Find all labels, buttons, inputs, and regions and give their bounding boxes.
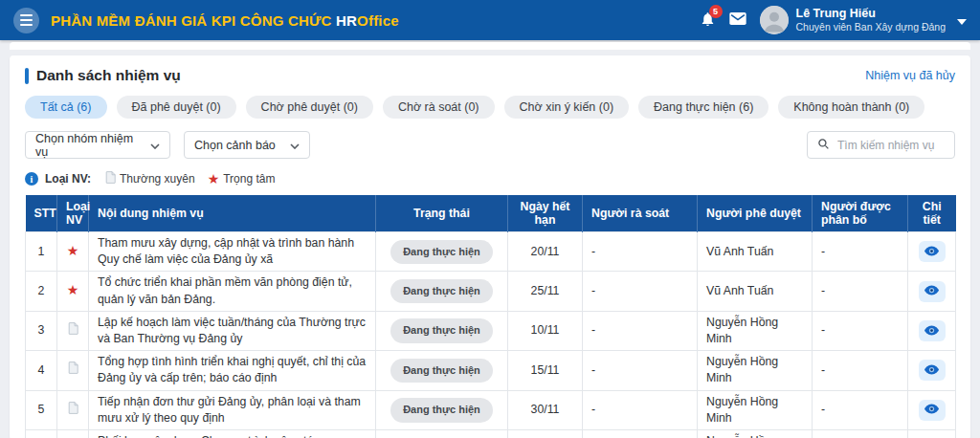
task-reviewer: - xyxy=(583,351,698,390)
task-detail-cell xyxy=(908,311,956,350)
task-assignee: - xyxy=(813,390,908,429)
task-list-panel: Danh sách nhiệm vụ Nhiệm vụ đã hủy Tất c… xyxy=(10,55,970,438)
task-stt: 5 xyxy=(26,390,57,429)
chevron-down-icon xyxy=(290,139,300,152)
status-filter-tabs: Tất cả (6)Đã phê duyệt (0)Chờ phê duyệt … xyxy=(25,96,955,119)
view-details-button[interactable] xyxy=(919,360,946,381)
status-badge: Đang thực hiện xyxy=(390,359,493,383)
search-icon xyxy=(817,137,830,154)
task-type-cell: ★ xyxy=(57,272,89,311)
task-approver: Nguyễn Hồng Minh xyxy=(698,311,813,350)
task-detail-cell xyxy=(908,390,956,429)
task-detail-cell xyxy=(908,430,956,438)
cancelled-tasks-link[interactable]: Nhiệm vụ đã hủy xyxy=(865,69,955,82)
task-status-cell: Đang thực hiện xyxy=(376,390,508,429)
task-group-select[interactable]: Chọn nhóm nhiệm vụ xyxy=(25,131,170,159)
task-due-date: 10/11 xyxy=(508,311,583,350)
column-header: Người phê duyệt xyxy=(698,195,813,232)
app-title: PHẦN MỀM ĐÁNH GIÁ KPI CÔNG CHỨC HROffice xyxy=(51,12,399,29)
table-header-row: STTLoại NVNội dung nhiệm vụTrạng tháiNgà… xyxy=(26,195,956,232)
document-icon xyxy=(68,324,78,338)
task-stt: 3 xyxy=(26,311,57,350)
chevron-down-icon xyxy=(150,139,160,152)
notification-count-badge: 5 xyxy=(709,5,723,18)
document-icon xyxy=(68,363,78,377)
table-row: 2 ★ Tổ chức triển khai phần mềm văn phòn… xyxy=(26,272,956,311)
status-tab[interactable]: Chờ rà soát (0) xyxy=(383,96,495,119)
status-badge: Đang thực hiện xyxy=(390,398,493,422)
eye-icon xyxy=(924,324,939,339)
search-input[interactable] xyxy=(837,139,943,152)
table-row: 4 ★ Tổng hợp tình hình triển khai nghị q… xyxy=(26,351,956,390)
column-header: Người được phân bố xyxy=(813,195,908,232)
column-header: Người rà soát xyxy=(583,195,698,232)
task-detail-cell xyxy=(908,351,956,390)
status-tab[interactable]: Tất cả (6) xyxy=(25,96,107,119)
messages-button[interactable] xyxy=(729,12,746,28)
table-row: 3 ★ Lập kế hoạch làm việc tuần/tháng của… xyxy=(26,311,956,350)
table-row: 1 ★ Tham mưu xây dựng, cập nhật và trình… xyxy=(26,232,956,272)
task-type-cell: ★ xyxy=(57,390,89,429)
status-tab[interactable]: Đã phê duyệt (0) xyxy=(117,96,236,119)
task-status-cell: Đang thực hiện xyxy=(376,430,508,438)
task-due-date: 20/11 xyxy=(508,232,583,272)
avatar xyxy=(760,6,789,34)
table-row: 6 ★ Phối hợp xây dựng Chương trình công … xyxy=(26,430,956,438)
task-reviewer: - xyxy=(583,232,698,272)
column-header: Trạng thái xyxy=(376,195,508,232)
task-reviewer: - xyxy=(583,390,698,429)
view-details-button[interactable] xyxy=(919,241,946,262)
top-header: PHẦN MỀM ĐÁNH GIÁ KPI CÔNG CHỨC HROffice… xyxy=(0,0,980,40)
header-sub-strip xyxy=(10,42,970,50)
status-tab[interactable]: Không hoàn thành (0) xyxy=(778,96,924,119)
info-icon: i xyxy=(25,172,38,186)
task-content: Phối hợp xây dựng Chương trình công tác … xyxy=(89,430,376,438)
eye-icon xyxy=(924,245,939,259)
view-details-button[interactable] xyxy=(919,320,946,341)
envelope-icon xyxy=(729,12,746,28)
task-reviewer: - xyxy=(583,430,698,438)
search-box xyxy=(807,131,955,159)
task-approver: Nguyễn Hồng Minh xyxy=(698,351,813,390)
task-content: Tổng hợp tình hình triển khai nghị quyết… xyxy=(89,351,376,390)
task-detail-cell xyxy=(908,232,956,272)
document-icon xyxy=(68,404,78,417)
eye-icon xyxy=(924,284,939,298)
task-content: Tổ chức triển khai phần mềm văn phòng đi… xyxy=(89,272,376,311)
status-badge: Đang thực hiện xyxy=(390,318,493,342)
column-header: Loại NV xyxy=(57,195,89,232)
status-tab[interactable]: Chờ phê duyệt (0) xyxy=(246,96,373,119)
document-icon xyxy=(105,171,116,186)
task-type-legend: i Loại NV: Thường xuyên ★ Trọng tâm xyxy=(25,171,955,186)
task-type-cell: ★ xyxy=(57,232,89,272)
column-header: STT xyxy=(26,195,57,232)
page-title: Danh sách nhiệm vụ xyxy=(36,67,181,84)
status-badge: Đang thực hiện xyxy=(390,240,493,264)
status-badge: Đang thực hiện xyxy=(390,279,493,303)
user-menu[interactable]: Lê Trung Hiếu Chuyên viên Ban Xây dựng Đ… xyxy=(760,6,967,34)
task-approver: Vũ Anh Tuấn xyxy=(698,232,813,272)
task-type-cell: ★ xyxy=(57,351,89,390)
view-details-button[interactable] xyxy=(919,400,946,421)
alert-select[interactable]: Chọn cảnh báo xyxy=(184,131,310,159)
star-icon: ★ xyxy=(208,172,220,186)
task-table: STTLoại NVNội dung nhiệm vụTrạng tháiNgà… xyxy=(25,195,956,438)
status-tab[interactable]: Đang thực hiện (6) xyxy=(638,96,768,119)
task-due-date: 25/11 xyxy=(508,272,583,311)
view-details-button[interactable] xyxy=(919,281,946,302)
hamburger-menu-button[interactable] xyxy=(13,8,39,33)
notifications-button[interactable]: 5 xyxy=(700,11,716,31)
task-assignee: - xyxy=(813,232,908,272)
task-content: Tiếp nhận đơn thư gửi Đảng ủy, phân loại… xyxy=(89,390,376,429)
task-type-cell: ★ xyxy=(57,430,89,438)
task-stt: 6 xyxy=(26,430,57,438)
task-assignee: - xyxy=(813,272,908,311)
task-content: Lập kế hoạch làm việc tuần/tháng của Thư… xyxy=(89,311,376,350)
task-assignee: - xyxy=(813,430,908,438)
task-approver: Vũ Anh Tuấn xyxy=(698,272,813,311)
task-status-cell: Đang thực hiện xyxy=(376,351,508,390)
task-content: Tham mưu xây dựng, cập nhật và trình ban… xyxy=(89,232,376,272)
column-header: Chi tiết xyxy=(908,195,956,232)
task-stt: 4 xyxy=(26,351,57,390)
status-tab[interactable]: Chờ xin ý kiến (0) xyxy=(504,96,630,119)
